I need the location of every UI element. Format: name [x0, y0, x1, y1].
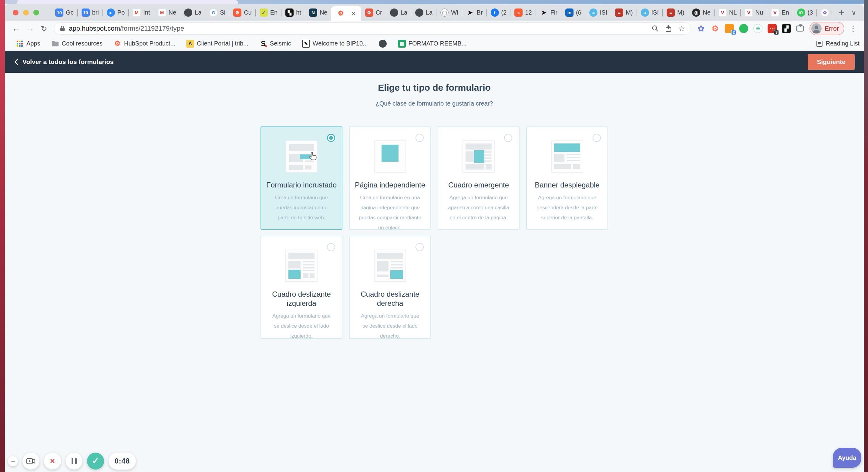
radio-unselected[interactable] [504, 134, 512, 142]
tab[interactable]: ≡M) [611, 4, 637, 21]
tab[interactable]: ▚ht [281, 4, 305, 21]
recorder-cancel-button[interactable]: × [44, 452, 61, 470]
hubspot-extension-icon[interactable]: ⚙ [711, 24, 720, 33]
orange-extension-icon[interactable]: 2 [725, 24, 734, 33]
forward-button[interactable]: → [23, 24, 37, 33]
tab[interactable]: La [411, 4, 436, 21]
bookmark-globe[interactable] [379, 40, 390, 48]
reload-button[interactable]: ↻ [37, 24, 51, 33]
evernote-extension-icon[interactable] [739, 24, 748, 33]
bookmark-apps[interactable]: Apps [16, 40, 40, 48]
bookmark-cool-resources[interactable]: Cool resources [51, 40, 103, 48]
chevron-left-icon [14, 58, 19, 65]
share-icon[interactable] [665, 25, 672, 32]
bookmark-client-portal[interactable]: A Client Portal | trib... [186, 40, 248, 48]
browser-toolbar: ← → ↻ app.hubspot.com/forms/21192179/typ… [5, 21, 864, 36]
reading-list-button[interactable]: Reading List [808, 39, 860, 48]
card-cuadro-deslizante-izquierda[interactable]: Cuadro deslizante izquierda Agrega un fo… [260, 236, 342, 339]
standalone-page-illustration [374, 140, 406, 172]
stripes-icon: ≡ [666, 8, 675, 17]
linkedin-icon: in [565, 8, 574, 17]
tab-overflow-chevron-icon[interactable]: ∨ [851, 8, 857, 17]
pinwheel-extension-icon[interactable]: ✿ [696, 24, 706, 33]
tab[interactable]: MNe [154, 4, 181, 21]
tab[interactable]: ➤Br [462, 4, 487, 21]
radio-unselected[interactable] [327, 243, 335, 251]
lock-icon [60, 26, 65, 32]
tab-title: En [270, 9, 278, 16]
checker-extension-icon[interactable]: ▞ [782, 24, 791, 33]
globe-icon [379, 40, 387, 48]
back-to-forms-link[interactable]: Volver a todos los formularios [14, 58, 114, 65]
tab-close-icon[interactable]: × [351, 9, 355, 17]
loom-extension-icon[interactable]: ✳ [753, 24, 763, 33]
tab[interactable]: 10Gc [51, 4, 78, 21]
tab[interactable]: MInt [129, 4, 154, 21]
tab[interactable]: VNL [715, 4, 741, 21]
card-pagina-independiente[interactable]: Página independiente Crea un formulario … [349, 126, 431, 230]
tab[interactable]: GSi [205, 4, 229, 21]
radio-unselected[interactable] [593, 134, 601, 142]
card-cuadro-deslizante-derecha[interactable]: Cuadro deslizante derecha Agrega un form… [349, 236, 431, 339]
tab[interactable]: ➤Fir [536, 4, 561, 21]
help-button[interactable]: Ayuda [833, 448, 861, 468]
minimize-window-button[interactable] [23, 10, 29, 15]
tab[interactable]: ✿Ma [817, 4, 832, 21]
card-formulario-incrustado[interactable]: Formulario incrustado Crea un formulario… [260, 126, 342, 230]
tab[interactable]: »12 [510, 4, 536, 21]
tab[interactable]: ≈ISI [585, 4, 611, 21]
bookmark-star-icon[interactable]: ☆ [678, 24, 685, 33]
app-header: Volver a todos los formularios Siguiente [5, 51, 864, 73]
card-cuadro-emergente[interactable]: Cuadro emergente Agrega un formulario qu… [438, 126, 520, 230]
bookmark-label: Cool resources [62, 40, 103, 47]
card-banner-desplegable[interactable]: Banner desplegable Agrega un formulario … [526, 126, 608, 230]
tab[interactable]: ⚙Cu [229, 4, 256, 21]
address-bar[interactable]: app.hubspot.com/forms/21192179/type ☆ [54, 23, 691, 35]
tab[interactable]: La [386, 4, 411, 21]
red-extension-icon[interactable]: ⋯3 [768, 24, 777, 33]
radio-selected[interactable] [327, 134, 335, 142]
extension-badge: 2 [731, 30, 736, 35]
tab[interactable]: ≈ISI [637, 4, 663, 21]
tab[interactable]: ⚙Cr [361, 4, 386, 21]
tab[interactable]: ✆(3 [793, 4, 817, 21]
tab[interactable]: ◎Ne [688, 4, 715, 21]
recorder-camera-button[interactable] [23, 452, 39, 470]
new-tab-button[interactable]: + [839, 7, 845, 19]
back-button[interactable]: ← [9, 24, 23, 33]
tab[interactable]: NNe [305, 4, 332, 21]
bookmark-seismic[interactable]: S Seismic [259, 40, 291, 48]
radio-unselected[interactable] [415, 243, 424, 251]
recorder-finish-button[interactable]: ✓ [87, 452, 104, 470]
window-controls [13, 10, 39, 15]
tab-title: Int [143, 9, 150, 16]
bookmark-hubspot-product[interactable]: ⚙ HubSpot Product... [114, 40, 175, 48]
tab[interactable]: La [180, 4, 205, 21]
zoom-out-icon[interactable] [651, 25, 659, 32]
bookmark-formato-reemb[interactable]: ▦ FORMATO REEMB... [398, 40, 467, 48]
tab[interactable]: in(6 [561, 4, 585, 21]
hand-cursor-icon [308, 151, 319, 162]
tab-active[interactable]: ⚙× [331, 6, 361, 21]
radio-unselected[interactable] [415, 134, 424, 142]
close-window-button[interactable] [13, 10, 19, 15]
profile-chip[interactable]: Error [809, 22, 844, 35]
tab[interactable]: ✓En [256, 4, 281, 21]
tab-title: ISI [651, 9, 659, 16]
google-icon: G [209, 8, 217, 17]
next-button[interactable]: Siguiente [808, 54, 855, 70]
tab[interactable]: 10bri [78, 4, 103, 21]
tab[interactable]: ▸Po [103, 4, 129, 21]
puzzle-extension-icon[interactable] [796, 26, 804, 32]
minus-icon [11, 461, 15, 462]
tab[interactable]: VNu [741, 4, 767, 21]
tab[interactable]: VEn [767, 4, 793, 21]
tab[interactable]: ◯Wi [436, 4, 462, 21]
zoom-window-button[interactable] [33, 10, 39, 15]
tab[interactable]: f(2 [487, 4, 511, 21]
bookmark-welcome-bip10[interactable]: ✎ Welcome to BIP10... [302, 40, 368, 48]
recorder-pause-button[interactable] [65, 452, 83, 470]
recorder-minimize-button[interactable] [8, 456, 18, 466]
tab[interactable]: ≡M) [663, 4, 688, 21]
browser-menu-icon[interactable]: ⋮ [849, 24, 857, 33]
